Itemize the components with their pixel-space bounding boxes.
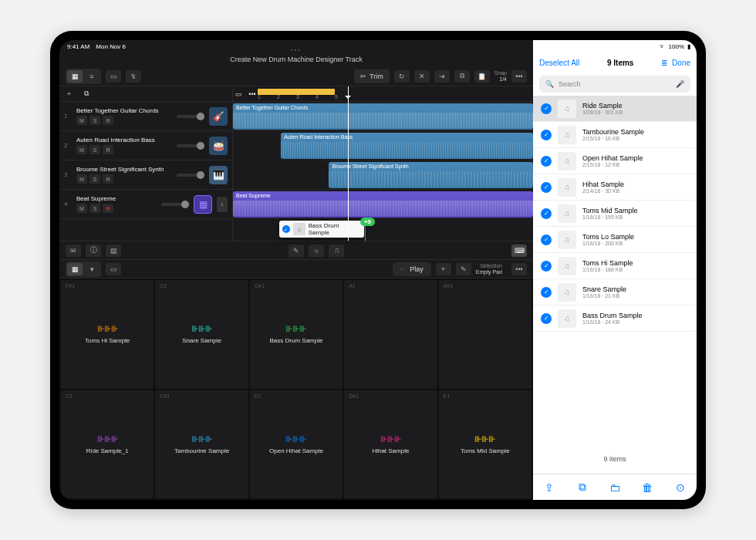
drums-icon[interactable]: 🥁 bbox=[209, 137, 228, 155]
add-track-button[interactable]: ＋ bbox=[66, 89, 76, 100]
pad-grid-button[interactable]: ▦ bbox=[67, 263, 83, 275]
ruler-more-icon[interactable]: ••• bbox=[247, 89, 258, 100]
solo-button[interactable]: S bbox=[89, 145, 100, 154]
volume-slider[interactable] bbox=[177, 144, 204, 147]
checkbox-checked-icon[interactable]: ✓ bbox=[541, 103, 552, 114]
view-display-button[interactable]: ▭ bbox=[106, 70, 121, 83]
snap-indicator[interactable]: Snap 1/4 bbox=[494, 70, 507, 82]
mute-button[interactable]: M bbox=[76, 145, 87, 154]
folder-icon[interactable]: 🗀 bbox=[608, 481, 622, 494]
checkbox-checked-icon[interactable]: ✓ bbox=[541, 313, 552, 324]
file-item[interactable]: ✓ ♫ Toms Lo Sample 1/16/18 · 200 KB bbox=[533, 227, 697, 253]
record-button[interactable]: R bbox=[103, 174, 113, 184]
drum-pad[interactable]: A1 bbox=[344, 280, 437, 389]
pad-menu-icon[interactable]: ▾ bbox=[84, 263, 100, 275]
checkbox-checked-icon[interactable]: ✓ bbox=[541, 182, 552, 193]
editor-more-button[interactable]: ••• bbox=[511, 263, 527, 275]
file-item[interactable]: ✓ ♫ Snare Sample 1/16/18 · 21 KB bbox=[533, 279, 697, 305]
files-list[interactable]: ✓ ♫ Ride Sample 3/28/18 · 301 KB ✓ ♫ Tam… bbox=[533, 96, 697, 444]
trim-tool-button[interactable]: ✂ Trim bbox=[354, 69, 390, 83]
checkbox-checked-icon[interactable]: ✓ bbox=[541, 156, 552, 167]
pad-view-button[interactable]: ▭ bbox=[106, 263, 121, 275]
drum-pad[interactable]: D1 ⊪⊪⊪ Open Hihat Sample bbox=[250, 390, 343, 499]
drum-pad[interactable]: F#1 ⊪⊪⊪ Toms Hi Sample bbox=[61, 280, 154, 389]
checkbox-checked-icon[interactable]: ✓ bbox=[541, 261, 552, 272]
mute-button[interactable]: M bbox=[76, 174, 87, 184]
more-icon[interactable]: ⊙ bbox=[673, 481, 687, 494]
audio-region[interactable]: Beat Supreme bbox=[233, 191, 533, 218]
marker-button[interactable]: ▭ bbox=[233, 89, 244, 100]
join-button[interactable]: ⇥ bbox=[434, 70, 450, 83]
checkbox-checked-icon[interactable]: ✓ bbox=[541, 235, 552, 245]
volume-slider[interactable] bbox=[177, 115, 204, 118]
drop-target-row[interactable]: ✓ ♫ Bass Drum Sample +9 bbox=[233, 219, 533, 241]
mute-button[interactable]: M bbox=[76, 204, 87, 213]
regions-area[interactable]: Better Together Guitar Chords Auten Road… bbox=[233, 102, 533, 241]
trash-icon[interactable]: 🗑 bbox=[640, 481, 654, 494]
checkbox-checked-icon[interactable]: ✓ bbox=[541, 287, 552, 298]
drum-pad[interactable]: G#1 ⊪⊪⊪ Bass Drum Sample bbox=[250, 280, 343, 389]
library-icon[interactable]: ▤ bbox=[106, 245, 121, 257]
audio-region[interactable]: Auten Road Interaction Bass bbox=[281, 133, 533, 159]
drum-pad[interactable]: G1 ⊪⊪⊪ Snare Sample bbox=[155, 280, 248, 389]
loop-button[interactable]: ↻ bbox=[394, 70, 410, 83]
track-row[interactable]: 1 Better Together Guitar Chords M S R 🎸 bbox=[59, 102, 232, 131]
tracks-duplicate-icon[interactable]: ⧉ bbox=[81, 89, 92, 100]
track-row[interactable]: 4 Beat Supreme M S R ▦ › bbox=[59, 190, 232, 219]
inbox-icon[interactable]: ✉ bbox=[66, 245, 81, 257]
play-button[interactable]: ☞ Play bbox=[393, 262, 431, 276]
file-item[interactable]: ✓ ♫ Bass Drum Sample 1/16/18 · 24 KB bbox=[533, 305, 697, 332]
timeline[interactable]: ▭ ••• 12345 Better Together Guitar Chord… bbox=[233, 86, 533, 241]
edit-pad-button[interactable]: ✎ bbox=[456, 263, 471, 275]
file-item[interactable]: ✓ ♫ Toms Mid Sample 1/16/18 · 195 KB bbox=[533, 201, 697, 227]
ruler[interactable]: ▭ ••• 12345 bbox=[233, 86, 533, 102]
record-button[interactable]: R bbox=[103, 145, 113, 154]
dragged-file[interactable]: ✓ ♫ Bass Drum Sample +9 bbox=[279, 221, 364, 238]
multitask-dots-icon[interactable]: ••• bbox=[291, 46, 302, 53]
settings-icon[interactable]: ☼ bbox=[309, 245, 324, 257]
keyboard-icon[interactable]: ⌨ bbox=[511, 245, 527, 257]
drum-pad[interactable]: A#1 bbox=[439, 280, 532, 389]
search-field[interactable]: 🔍 Search 🎤 bbox=[539, 76, 690, 93]
done-button[interactable]: Done bbox=[672, 59, 690, 67]
cut-button[interactable]: ✕ bbox=[414, 70, 430, 83]
view-grid-button[interactable]: ▦ bbox=[67, 70, 83, 83]
volume-slider[interactable] bbox=[161, 203, 189, 206]
drum-pad[interactable]: E1 ⊪⊪⊪ Toms Mid Sample bbox=[439, 390, 532, 499]
track-row[interactable]: 2 Auten Road Interaction Bass M S R 🥁 bbox=[59, 131, 232, 160]
beat-icon[interactable]: ▦ bbox=[194, 195, 212, 214]
add-pad-button[interactable]: ＋ bbox=[436, 263, 451, 275]
playhead[interactable] bbox=[348, 86, 349, 241]
track-row[interactable]: 3 Broome Street Significant Synth M S R … bbox=[59, 160, 232, 190]
audio-region[interactable]: Better Together Guitar Chords bbox=[233, 103, 533, 130]
volume-slider[interactable] bbox=[177, 174, 204, 177]
keys-icon[interactable]: 🎹 bbox=[209, 166, 228, 184]
mixer-icon[interactable]: ⎍ bbox=[329, 245, 344, 257]
audio-region[interactable]: Broome Street Significant Synth bbox=[329, 162, 533, 188]
deselect-all-button[interactable]: Deselect All bbox=[539, 59, 579, 67]
file-item[interactable]: ✓ ♫ Open Hihat Sample 2/15/18 · 12 KB bbox=[533, 148, 697, 174]
checkbox-checked-icon[interactable]: ✓ bbox=[541, 208, 552, 219]
guitar-icon[interactable]: 🎸 bbox=[209, 107, 228, 126]
file-item[interactable]: ✓ ♫ Toms Hi Sample 1/16/18 · 188 KB bbox=[533, 253, 697, 279]
checkbox-checked-icon[interactable]: ✓ bbox=[541, 130, 552, 140]
file-item[interactable]: ✓ ♫ Tambourine Sample 2/15/18 · 16 KB bbox=[533, 122, 697, 148]
drum-pad[interactable]: C1 ⊪⊪⊪ Ride Sample_1 bbox=[61, 390, 154, 499]
file-item[interactable]: ✓ ♫ Ride Sample 3/28/18 · 301 KB bbox=[533, 96, 697, 122]
drum-pad[interactable]: C#1 ⊪⊪⊪ Tambourine Sample bbox=[155, 390, 248, 499]
record-button[interactable]: R bbox=[103, 204, 113, 213]
list-icon[interactable]: ≣ bbox=[661, 59, 667, 67]
more-button[interactable]: ••• bbox=[511, 70, 527, 83]
mute-button[interactable]: M bbox=[76, 116, 87, 125]
record-button[interactable]: R bbox=[103, 116, 113, 125]
paste-button[interactable]: 📋 bbox=[474, 70, 490, 83]
file-item[interactable]: ✓ ♫ Hihat Sample 2/14/18 · 30 KB bbox=[533, 174, 697, 201]
info-icon[interactable]: ⓘ bbox=[86, 245, 101, 257]
mic-icon[interactable]: 🎤 bbox=[676, 80, 684, 88]
share-icon[interactable]: ⇪ bbox=[542, 481, 556, 494]
automation-button[interactable]: ↯ bbox=[126, 70, 141, 83]
drum-pad[interactable]: D#1 ⊪⊪⊪ Hihat Sample bbox=[344, 390, 437, 499]
view-list-button[interactable]: ≡ bbox=[84, 70, 100, 83]
solo-button[interactable]: S bbox=[89, 116, 100, 125]
copy-button[interactable]: ⧉ bbox=[454, 70, 470, 83]
